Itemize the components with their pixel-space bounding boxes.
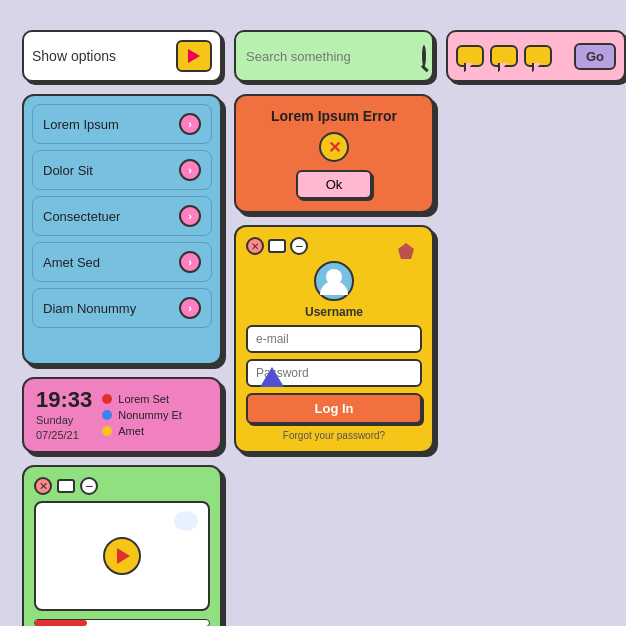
legend-item-3: Amet [102, 425, 182, 437]
search-icon [422, 45, 426, 67]
decor-triangle [260, 367, 284, 387]
error-title: Lorem Ipsum Error [271, 108, 397, 124]
window-close-btn[interactable]: ✕ [34, 477, 52, 495]
chat-bubble-1 [456, 45, 484, 67]
video-window-controls: ✕ − [34, 477, 210, 495]
username-label: Username [305, 305, 363, 319]
error-icon: ✕ [319, 132, 349, 162]
error-box: Lorem Ipsum Error ✕ Ok [234, 94, 434, 213]
login-close-btn[interactable]: ✕ [246, 237, 264, 255]
login-box: ✕ − Username Log In Forgot your password… [234, 225, 434, 453]
play-button[interactable] [176, 40, 212, 72]
arrow-icon-4: › [179, 251, 201, 273]
legend-item-2: Nonummy Et [102, 409, 182, 421]
search-bar [234, 30, 434, 82]
clock-box: 19:33 Sunday 07/25/21 Lorem Set Nonummy … [22, 377, 222, 453]
clock-date: 07/25/21 [36, 429, 92, 441]
clock-time: 19:33 [36, 389, 92, 411]
email-field[interactable] [246, 325, 422, 353]
login-min-btn[interactable]: − [290, 237, 308, 255]
menu-item-5[interactable]: Diam Nonummy › [32, 288, 212, 328]
chat-bar: Go [446, 30, 626, 82]
video-frame[interactable] [34, 501, 210, 611]
forgot-password-link[interactable]: Forgot your password? [246, 430, 422, 441]
login-max-btn[interactable] [268, 239, 286, 253]
menu-item-4[interactable]: Amet Sed › [32, 242, 212, 282]
arrow-icon-5: › [179, 297, 201, 319]
show-options-bar: Show options [22, 30, 222, 82]
login-header: Username [246, 261, 422, 319]
menu-item-3[interactable]: Consectetuer › [32, 196, 212, 236]
chat-bubble-3 [524, 45, 552, 67]
legend-item-1: Lorem Set [102, 393, 182, 405]
video-player: ✕ − Dolor Sit Amet - 50's Nonummy - UX4 [22, 465, 222, 626]
arrow-icon-1: › [179, 113, 201, 135]
login-button[interactable]: Log In [246, 393, 422, 424]
chat-bubble-2 [490, 45, 518, 67]
menu-item-1[interactable]: Lorem Ipsum › [32, 104, 212, 144]
legend-dot-1 [102, 394, 112, 404]
user-avatar [314, 261, 354, 301]
window-max-btn[interactable] [57, 479, 75, 493]
menu-item-2[interactable]: Dolor Sit › [32, 150, 212, 190]
go-button[interactable]: Go [574, 43, 616, 70]
legend-list: Lorem Set Nonummy Et Amet [102, 393, 182, 437]
video-play-button[interactable] [103, 537, 141, 575]
login-window-controls: ✕ − [246, 237, 422, 255]
search-input[interactable] [246, 49, 414, 64]
arrow-icon-3: › [179, 205, 201, 227]
window-min-btn[interactable]: − [80, 477, 98, 495]
arrow-icon-2: › [179, 159, 201, 181]
legend-dot-2 [102, 410, 112, 420]
show-options-label: Show options [32, 48, 176, 64]
ok-button[interactable]: Ok [296, 170, 373, 199]
menu-list: Lorem Ipsum › Dolor Sit › Consectetuer ›… [22, 94, 222, 365]
progress-fill [35, 620, 87, 626]
clock-day: Sunday [36, 414, 92, 426]
legend-dot-3 [102, 426, 112, 436]
progress-bar[interactable] [34, 619, 210, 626]
